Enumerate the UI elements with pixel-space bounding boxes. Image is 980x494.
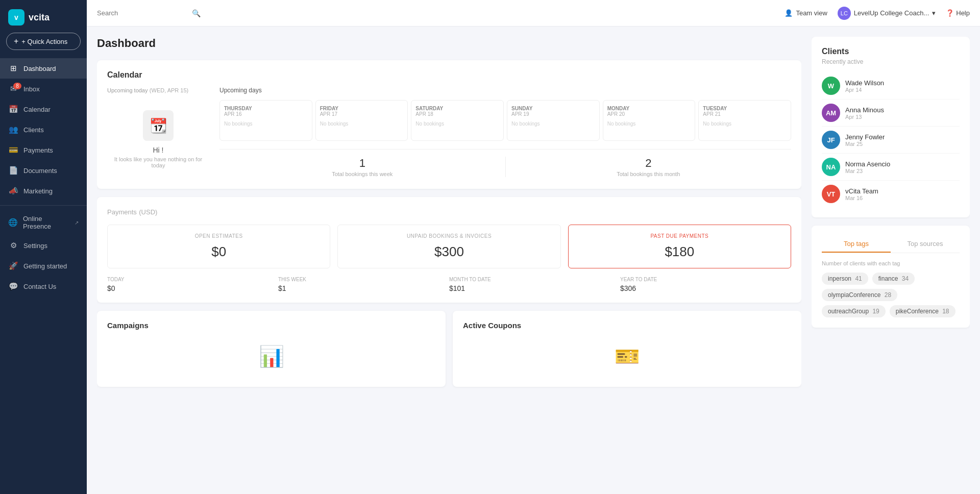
search-box[interactable]: 🔍 [97,9,250,17]
tag-outreach[interactable]: outreachGroup 19 [822,305,886,317]
booking-stats: 1 Total bookings this week 2 Total booki… [219,149,791,177]
sidebar-item-payments[interactable]: 💳 Payments [0,140,87,160]
day-name-tue: TUESDAY [703,106,787,111]
bookings-month-label: Total bookings this month [511,171,787,177]
sidebar-item-documents[interactable]: 📄 Documents [0,160,87,181]
day-status-sat: No bookings [415,121,499,127]
client-info-norma: Norma Asencio Mar 23 [845,160,890,174]
tag-olympia[interactable]: olympiaConference 28 [822,289,897,301]
unpaid-bookings-amount: $300 [346,244,552,260]
bookings-month-num: 2 [511,157,787,170]
external-link-icon: ↗ [75,220,79,226]
client-item-jenny[interactable]: JF Jenny Fowler Mar 25 [822,127,960,154]
quick-actions-button[interactable]: + + Quick Actions [6,33,81,50]
client-date-anna: Apr 13 [845,114,884,120]
active-coupons-card: Active Coupons 🎫 [453,311,801,387]
campaigns-card: Campaigns 📊 [97,311,446,387]
day-date-tue: APR 21 [703,111,787,117]
open-estimates-box: OPEN ESTIMATES $0 [107,225,330,268]
client-info-jenny: Jenny Fowler Mar 25 [845,133,885,147]
tag-finance[interactable]: finance 34 [872,273,915,285]
payments-icon: 💳 [8,145,18,155]
clients-card: Clients Recently active W Wade Wilson Ap… [812,37,970,217]
chevron-down-icon: ▾ [932,9,936,17]
user-account-button[interactable]: LC LevelUp College Coach... ▾ [838,7,936,20]
client-date-vcita: Mar 16 [845,195,878,201]
day-status-tue: No bookings [703,121,787,127]
payment-today: TODAY $0 [107,277,278,292]
sidebar-item-settings[interactable]: ⚙ Settings [0,235,87,256]
client-name-norma: Norma Asencio [845,160,890,168]
main-area: 🔍 👤 Team view LC LevelUp College Coach..… [87,0,980,494]
client-item-anna[interactable]: AM Anna Minous Apr 13 [822,100,960,127]
clients-title: Clients [822,47,960,56]
day-name-fri: FRIDAY [320,106,404,111]
calendar-placeholder-icon: 📆 [143,110,174,141]
day-name-mon: MONDAY [607,106,691,111]
help-label: Help [956,9,970,17]
client-item-norma[interactable]: NA Norma Asencio Mar 23 [822,154,960,181]
user-avatar: LC [838,7,851,20]
coupons-placeholder: 🎫 [463,336,791,377]
tab-top-tags[interactable]: Top tags [822,236,891,253]
nav-section: ⊞ Dashboard ✉ Inbox 8 📅 Calendar 👥 Clien… [0,58,87,494]
sidebar-item-clients[interactable]: 👥 Clients [0,119,87,140]
no-bookings-message: It looks like you have nothing on for to… [112,156,204,168]
upcoming-days-label: Upcoming days [219,87,791,94]
nav-divider [0,205,87,206]
client-name-wade: Wade Wilson [845,79,884,87]
sidebar-item-online-presence-label: Online Presence [23,215,68,230]
day-name-thu: THURSDAY [224,106,308,111]
team-view-label: Team view [796,9,827,17]
bookings-week-label: Total bookings this week [225,171,500,177]
topbar-right: 👤 Team view LC LevelUp College Coach... … [785,7,970,20]
payment-summary: TODAY $0 THIS WEEK $1 MONTH TO DATE $101… [107,277,791,292]
sidebar-item-online-presence[interactable]: 🌐 Online Presence ↗ [0,210,87,235]
client-info-wade: Wade Wilson Apr 14 [845,79,884,93]
client-name-vcita: vCita Team [845,187,878,195]
client-item-wade[interactable]: W Wade Wilson Apr 14 [822,72,960,100]
sidebar-item-contact-us-label: Contact Us [23,283,56,290]
upcoming-today-label: Upcoming today (WED, APR 15) [107,87,209,94]
past-due-label: PAST DUE PAYMENTS [577,233,782,239]
dashboard-icon: ⊞ [8,63,18,73]
team-view-button[interactable]: 👤 Team view [785,9,827,17]
client-avatar-wade: W [822,77,840,95]
plus-icon: + [14,37,18,46]
client-item-vcita[interactable]: VT vCita Team Mar 16 [822,181,960,207]
tab-top-sources[interactable]: Top sources [891,236,960,253]
today-value: $0 [107,284,278,292]
sidebar-item-calendar[interactable]: 📅 Calendar [0,99,87,119]
active-coupons-title: Active Coupons [463,321,791,330]
page-title: Dashboard [97,37,801,50]
logo-icon: v [8,9,24,26]
search-input[interactable] [97,9,189,17]
sidebar-item-getting-started[interactable]: 🚀 Getting started [0,256,87,276]
day-date-thu: APR 16 [224,111,308,117]
sidebar-item-marketing[interactable]: 📣 Marketing [0,181,87,201]
client-date-norma: Mar 23 [845,168,890,174]
calendar-section-title: Calendar [107,70,791,80]
tags-sublabel: Number of clients with each tag [822,260,960,266]
sidebar-item-inbox[interactable]: ✉ Inbox 8 [0,79,87,99]
year-value: $306 [620,284,791,292]
this-week-value: $1 [278,284,449,292]
sidebar-item-marketing-label: Marketing [23,187,53,195]
days-grid: THURSDAY APR 16 No bookings FRIDAY APR 1… [219,100,791,141]
sidebar-item-settings-label: Settings [23,242,47,250]
tags-card: Top tags Top sources Number of clients w… [812,226,970,328]
payment-month: MONTH TO DATE $101 [449,277,620,292]
clients-icon: 👥 [8,125,18,135]
day-status-thu: No bookings [224,121,308,127]
tag-inperson[interactable]: inperson 41 [822,273,868,285]
open-estimates-amount: $0 [116,244,322,260]
tag-pike[interactable]: pikeConference 18 [890,305,955,317]
sidebar-item-contact-us[interactable]: 💬 Contact Us [0,276,87,297]
sidebar-item-dashboard[interactable]: ⊞ Dashboard [0,58,87,79]
help-button[interactable]: ❓ Help [946,9,970,17]
sidebar-item-getting-started-label: Getting started [23,262,67,270]
payment-boxes: OPEN ESTIMATES $0 UNPAID BOOKINGS & INVO… [107,225,791,268]
tags-tabs: Top tags Top sources [822,236,960,253]
settings-icon: ⚙ [8,240,18,251]
bottom-cards-row: Campaigns 📊 Active Coupons 🎫 [97,311,801,387]
